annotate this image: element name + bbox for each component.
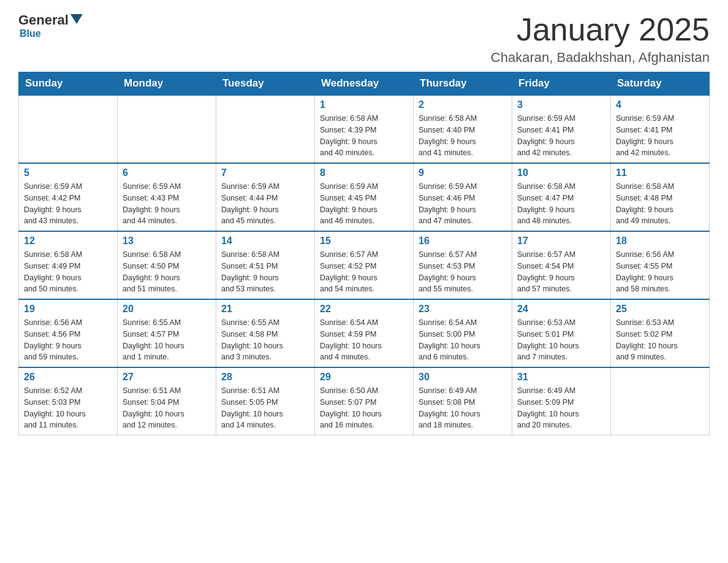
- day-info: Sunrise: 6:59 AMSunset: 4:44 PMDaylight:…: [221, 181, 309, 227]
- table-row: 24Sunrise: 6:53 AMSunset: 5:01 PMDayligh…: [512, 299, 611, 367]
- table-row: 8Sunrise: 6:59 AMSunset: 4:45 PMDaylight…: [315, 163, 414, 231]
- day-number: 29: [320, 372, 408, 383]
- table-row: 3Sunrise: 6:59 AMSunset: 4:41 PMDaylight…: [512, 95, 611, 163]
- table-row: 20Sunrise: 6:55 AMSunset: 4:57 PMDayligh…: [118, 299, 216, 367]
- calendar-title: January 2025: [491, 12, 710, 47]
- table-row: 6Sunrise: 6:59 AMSunset: 4:43 PMDaylight…: [118, 163, 216, 231]
- day-number: 18: [616, 236, 704, 247]
- day-number: 30: [419, 372, 507, 383]
- table-row: 10Sunrise: 6:58 AMSunset: 4:47 PMDayligh…: [512, 163, 611, 231]
- calendar-subtitle: Chakaran, Badakhshan, Afghanistan: [491, 50, 710, 66]
- day-info: Sunrise: 6:59 AMSunset: 4:43 PMDaylight:…: [123, 181, 211, 227]
- table-row: 18Sunrise: 6:56 AMSunset: 4:55 PMDayligh…: [611, 231, 710, 299]
- day-number: 8: [320, 167, 408, 178]
- table-row: 16Sunrise: 6:57 AMSunset: 4:53 PMDayligh…: [414, 231, 512, 299]
- calendar-week-row: 19Sunrise: 6:56 AMSunset: 4:56 PMDayligh…: [19, 299, 710, 367]
- table-row: 13Sunrise: 6:58 AMSunset: 4:50 PMDayligh…: [118, 231, 216, 299]
- day-info: Sunrise: 6:59 AMSunset: 4:46 PMDaylight:…: [419, 181, 507, 227]
- logo-arrow-icon: [70, 14, 83, 24]
- table-row: 15Sunrise: 6:57 AMSunset: 4:52 PMDayligh…: [315, 231, 414, 299]
- table-row: 12Sunrise: 6:58 AMSunset: 4:49 PMDayligh…: [19, 231, 118, 299]
- day-number: 19: [24, 304, 112, 315]
- table-row: 21Sunrise: 6:55 AMSunset: 4:58 PMDayligh…: [216, 299, 315, 367]
- day-number: 22: [320, 304, 408, 315]
- table-row: 2Sunrise: 6:58 AMSunset: 4:40 PMDaylight…: [414, 95, 512, 163]
- day-info: Sunrise: 6:59 AMSunset: 4:41 PMDaylight:…: [616, 113, 704, 159]
- day-number: 16: [419, 236, 507, 247]
- table-row: [118, 95, 216, 163]
- table-row: 19Sunrise: 6:56 AMSunset: 4:56 PMDayligh…: [19, 299, 118, 367]
- day-number: 9: [419, 167, 507, 178]
- calendar-week-row: 5Sunrise: 6:59 AMSunset: 4:42 PMDaylight…: [19, 163, 710, 231]
- day-info: Sunrise: 6:59 AMSunset: 4:41 PMDaylight:…: [517, 113, 605, 159]
- table-row: [216, 95, 315, 163]
- header-tuesday: Tuesday: [216, 72, 315, 96]
- day-number: 13: [123, 236, 211, 247]
- table-row: 26Sunrise: 6:52 AMSunset: 5:03 PMDayligh…: [19, 367, 118, 435]
- day-number: 21: [221, 304, 309, 315]
- calendar-week-row: 1Sunrise: 6:58 AMSunset: 4:39 PMDaylight…: [19, 95, 710, 163]
- header-wednesday: Wednesday: [315, 72, 414, 96]
- logo: General Blue: [18, 12, 84, 39]
- day-info: Sunrise: 6:49 AMSunset: 5:09 PMDaylight:…: [517, 385, 605, 431]
- table-row: 5Sunrise: 6:59 AMSunset: 4:42 PMDaylight…: [19, 163, 118, 231]
- day-info: Sunrise: 6:59 AMSunset: 4:45 PMDaylight:…: [320, 181, 408, 227]
- table-row: 14Sunrise: 6:58 AMSunset: 4:51 PMDayligh…: [216, 231, 315, 299]
- calendar-week-row: 26Sunrise: 6:52 AMSunset: 5:03 PMDayligh…: [19, 367, 710, 435]
- table-row: 4Sunrise: 6:59 AMSunset: 4:41 PMDaylight…: [611, 95, 710, 163]
- day-info: Sunrise: 6:49 AMSunset: 5:08 PMDaylight:…: [419, 385, 507, 431]
- logo-general-text: General: [18, 12, 69, 28]
- day-number: 3: [517, 99, 605, 110]
- table-row: 1Sunrise: 6:58 AMSunset: 4:39 PMDaylight…: [315, 95, 414, 163]
- day-number: 4: [616, 99, 704, 110]
- day-info: Sunrise: 6:57 AMSunset: 4:53 PMDaylight:…: [419, 249, 507, 295]
- day-number: 20: [123, 304, 211, 315]
- day-number: 5: [24, 167, 112, 178]
- table-row: 30Sunrise: 6:49 AMSunset: 5:08 PMDayligh…: [414, 367, 512, 435]
- day-number: 31: [517, 372, 605, 383]
- header-friday: Friday: [512, 72, 611, 96]
- header-thursday: Thursday: [414, 72, 512, 96]
- day-info: Sunrise: 6:58 AMSunset: 4:50 PMDaylight:…: [123, 249, 211, 295]
- day-info: Sunrise: 6:58 AMSunset: 4:47 PMDaylight:…: [517, 181, 605, 227]
- table-row: 11Sunrise: 6:58 AMSunset: 4:48 PMDayligh…: [611, 163, 710, 231]
- day-info: Sunrise: 6:57 AMSunset: 4:54 PMDaylight:…: [517, 249, 605, 295]
- day-number: 11: [616, 167, 704, 178]
- day-info: Sunrise: 6:52 AMSunset: 5:03 PMDaylight:…: [24, 385, 112, 431]
- day-number: 6: [123, 167, 211, 178]
- calendar-table: SundayMondayTuesdayWednesdayThursdayFrid…: [18, 72, 710, 435]
- day-info: Sunrise: 6:58 AMSunset: 4:48 PMDaylight:…: [616, 181, 704, 227]
- table-row: 29Sunrise: 6:50 AMSunset: 5:07 PMDayligh…: [315, 367, 414, 435]
- day-number: 1: [320, 99, 408, 110]
- day-number: 26: [24, 372, 112, 383]
- day-info: Sunrise: 6:58 AMSunset: 4:51 PMDaylight:…: [221, 249, 309, 295]
- day-info: Sunrise: 6:56 AMSunset: 4:56 PMDaylight:…: [24, 317, 112, 363]
- header-sunday: Sunday: [19, 72, 118, 96]
- day-number: 15: [320, 236, 408, 247]
- day-number: 7: [221, 167, 309, 178]
- header-monday: Monday: [118, 72, 216, 96]
- table-row: 28Sunrise: 6:51 AMSunset: 5:05 PMDayligh…: [216, 367, 315, 435]
- table-row: 22Sunrise: 6:54 AMSunset: 4:59 PMDayligh…: [315, 299, 414, 367]
- day-info: Sunrise: 6:54 AMSunset: 4:59 PMDaylight:…: [320, 317, 408, 363]
- logo-blue-text: Blue: [20, 28, 41, 39]
- calendar-week-row: 12Sunrise: 6:58 AMSunset: 4:49 PMDayligh…: [19, 231, 710, 299]
- table-row: 17Sunrise: 6:57 AMSunset: 4:54 PMDayligh…: [512, 231, 611, 299]
- title-section: January 2025 Chakaran, Badakhshan, Afgha…: [491, 12, 710, 66]
- page-header: General Blue January 2025 Chakaran, Bada…: [18, 12, 710, 66]
- day-number: 25: [616, 304, 704, 315]
- day-info: Sunrise: 6:53 AMSunset: 5:02 PMDaylight:…: [616, 317, 704, 363]
- table-row: 27Sunrise: 6:51 AMSunset: 5:04 PMDayligh…: [118, 367, 216, 435]
- table-row: 23Sunrise: 6:54 AMSunset: 5:00 PMDayligh…: [414, 299, 512, 367]
- table-row: 31Sunrise: 6:49 AMSunset: 5:09 PMDayligh…: [512, 367, 611, 435]
- day-info: Sunrise: 6:57 AMSunset: 4:52 PMDaylight:…: [320, 249, 408, 295]
- day-number: 12: [24, 236, 112, 247]
- day-number: 28: [221, 372, 309, 383]
- day-info: Sunrise: 6:54 AMSunset: 5:00 PMDaylight:…: [419, 317, 507, 363]
- day-info: Sunrise: 6:58 AMSunset: 4:40 PMDaylight:…: [419, 113, 507, 159]
- day-info: Sunrise: 6:50 AMSunset: 5:07 PMDaylight:…: [320, 385, 408, 431]
- day-info: Sunrise: 6:59 AMSunset: 4:42 PMDaylight:…: [24, 181, 112, 227]
- day-info: Sunrise: 6:55 AMSunset: 4:58 PMDaylight:…: [221, 317, 309, 363]
- day-info: Sunrise: 6:53 AMSunset: 5:01 PMDaylight:…: [517, 317, 605, 363]
- day-number: 23: [419, 304, 507, 315]
